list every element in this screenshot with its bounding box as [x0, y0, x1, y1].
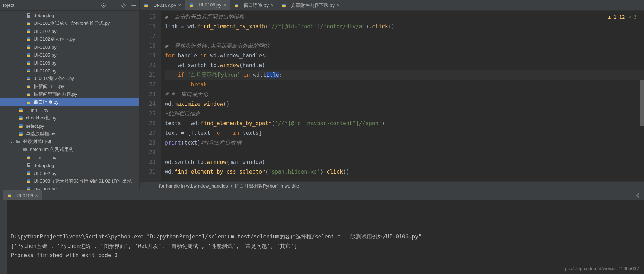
tree-file[interactable]: UI-0102别人作业.py [0, 35, 139, 43]
line-number[interactable]: 31 [140, 167, 156, 177]
line-number[interactable]: 18 [140, 41, 156, 51]
line-number[interactable]: 28 [140, 138, 156, 148]
console-gear-icon[interactable] [635, 193, 641, 198]
locate-icon[interactable] [101, 3, 106, 8]
code-line[interactable] [165, 148, 644, 157]
line-number[interactable]: 29 [140, 148, 156, 157]
code-line[interactable]: text = [f.text for f in texts] [165, 128, 644, 138]
file-label: UI-0103.py [34, 44, 57, 50]
line-number[interactable]: 30 [140, 157, 156, 167]
tree-file[interactable]: __init__.py [0, 106, 139, 114]
line-number[interactable]: 15 [140, 12, 156, 22]
sidebar-title: roject [3, 3, 14, 8]
breadcrumb-seg-2[interactable]: if '白月黑羽教Python' in wd.title [235, 183, 299, 189]
close-icon[interactable]: × [337, 3, 340, 8]
breadcrumb-seg-1[interactable]: for handle in wd.window_handles [159, 183, 228, 189]
line-number[interactable]: 25 [140, 109, 156, 119]
svg-rect-24 [27, 86, 30, 88]
svg-point-59 [638, 195, 639, 196]
tree-file[interactable]: UI-0105.py [0, 51, 139, 59]
breadcrumb[interactable]: for handle in wd.window_handles › if '白月… [140, 181, 644, 190]
svg-rect-12 [27, 39, 30, 41]
gear-icon[interactable] [121, 3, 127, 8]
code-line[interactable]: # # 窗口最大化 [165, 90, 644, 99]
tree-file[interactable]: 单选原型框.py [0, 130, 139, 138]
line-number[interactable]: 17 [140, 32, 156, 41]
editor-tab[interactable]: UI-0106.py× [185, 0, 230, 10]
tree-file[interactable]: UI-0103.py [0, 43, 139, 51]
editor-body[interactable]: ▲ 1 12 ✔ 3 15161718192021222324252627282… [140, 11, 644, 181]
tree-folder[interactable]: ⌄登录测试用例 [0, 138, 139, 146]
console-output[interactable]: D:\pythonProject1\venv\Scripts\python.ex… [0, 200, 644, 274]
code-line[interactable]: link = wd.find_element_by_xpath('//*[@id… [165, 22, 644, 32]
tree-file[interactable]: UI-0101测试成功 含有for的推导式.py [0, 19, 139, 27]
code-line[interactable]: print(text)#打印出栏目数据 [165, 138, 644, 148]
code-line[interactable]: for handle in wd.window_handles: [165, 51, 644, 61]
tree-file[interactable]: debug.log [0, 11, 139, 19]
editor-area: UI-0107.py×UI-0106.py×窗口呼唤.py×文章附件内容下载.p… [140, 0, 644, 190]
warning-icon[interactable]: ▲ 1 12 [608, 14, 625, 20]
code-line[interactable]: texts = wd.find_elements_by_xpath('//*[@… [165, 119, 644, 128]
close-icon[interactable]: × [271, 3, 274, 8]
line-gutter[interactable]: 1516171819202122232425262728293031 [140, 11, 161, 181]
tree-file[interactable]: UI-0003（登录只有03报错 别的01 02 好的 出现 [0, 177, 139, 185]
tree-file[interactable]: UI-0004.py [0, 185, 139, 190]
tree-file[interactable]: 窗口呼唤.py [0, 98, 139, 106]
collapse-icon[interactable]: ÷ [111, 3, 116, 8]
tree-file[interactable]: __init__.py [0, 153, 139, 161]
chevron-down-icon[interactable]: ⌄ [10, 139, 14, 145]
inspection-badges[interactable]: ▲ 1 12 ✔ 3 [608, 14, 637, 20]
line-number[interactable]: 20 [140, 61, 156, 70]
code-line[interactable]: break [165, 80, 644, 90]
tree-folder[interactable]: ⌄selenium 的测试用例 [0, 146, 139, 153]
file-label: 怕新闻里面的内容.py [34, 91, 77, 98]
close-icon[interactable]: × [35, 193, 38, 198]
code-line[interactable]: wd.switch_to.window(handle) [165, 61, 644, 70]
code-line[interactable]: wd.switch_to.window(mainwindow) [165, 157, 644, 167]
tree-file[interactable]: 怕新闻1111.py [0, 82, 139, 90]
tree-file[interactable]: select.py [0, 122, 139, 130]
line-number[interactable]: 26 [140, 119, 156, 128]
line-number[interactable]: 19 [140, 51, 156, 61]
close-icon[interactable]: × [178, 3, 181, 8]
code-content[interactable]: # 点击打开白月黑羽窗口的链接link = wd.find_element_by… [161, 11, 644, 181]
tree-file[interactable]: UI-0106.py [0, 59, 139, 67]
chevron-down-icon[interactable]: ⌄ [17, 147, 22, 152]
editor-tab[interactable]: 窗口呼唤.py× [230, 0, 277, 10]
code-line[interactable]: if '白月黑羽教Python' in wd.title: [165, 70, 644, 80]
tree-file[interactable]: checkbox框.py [0, 114, 139, 122]
svg-rect-48 [27, 189, 30, 190]
code-line[interactable]: # 点击打开白月黑羽窗口的链接 [165, 12, 644, 22]
code-line[interactable] [165, 32, 644, 41]
ok-icon[interactable]: ✔ 3 [629, 14, 637, 20]
code-line[interactable]: wd.find_element_by_css_selector('span.hi… [165, 167, 644, 177]
tree-file[interactable]: UI-0102.py [0, 27, 139, 35]
code-line[interactable]: wd.maximize_window() [165, 99, 644, 109]
close-icon[interactable]: × [224, 2, 226, 8]
tree-file[interactable]: ui-0107别人作业.py [0, 75, 139, 82]
tree-file[interactable]: debug.log [0, 161, 139, 169]
python-icon [189, 2, 194, 8]
line-number[interactable]: 16 [140, 22, 156, 32]
line-number[interactable]: 22 [140, 80, 156, 90]
py-icon [18, 123, 24, 129]
editor-tab[interactable]: 文章附件内容下载.py× [277, 0, 343, 10]
folder-icon [22, 147, 28, 152]
svg-rect-40 [28, 164, 30, 165]
file-label: UI-0002.py [34, 171, 57, 176]
line-number[interactable]: 27 [140, 128, 156, 138]
line-number[interactable]: 21 [140, 70, 156, 80]
console-tab[interactable]: UI-0106 × [3, 190, 42, 200]
editor-tab[interactable]: UI-0107.py× [140, 0, 185, 10]
svg-rect-32 [19, 118, 23, 120]
line-number[interactable]: 23 [140, 90, 156, 99]
line-number[interactable]: 24 [140, 99, 156, 109]
file-tree[interactable]: debug.logUI-0101测试成功 含有for的推导式.pyUI-0102… [0, 11, 139, 190]
hide-icon[interactable]: — [131, 3, 137, 8]
tree-file[interactable]: 怕新闻里面的内容.py [0, 90, 139, 98]
code-line[interactable]: #找到栏目信息 [165, 109, 644, 119]
code-line[interactable]: # 寻找所选外链,表示我要点击外部的网站 [165, 41, 644, 51]
tree-file[interactable]: UI-0002.py [0, 169, 139, 177]
tree-file[interactable]: UI-0107.py [0, 67, 139, 75]
svg-rect-30 [19, 110, 23, 112]
